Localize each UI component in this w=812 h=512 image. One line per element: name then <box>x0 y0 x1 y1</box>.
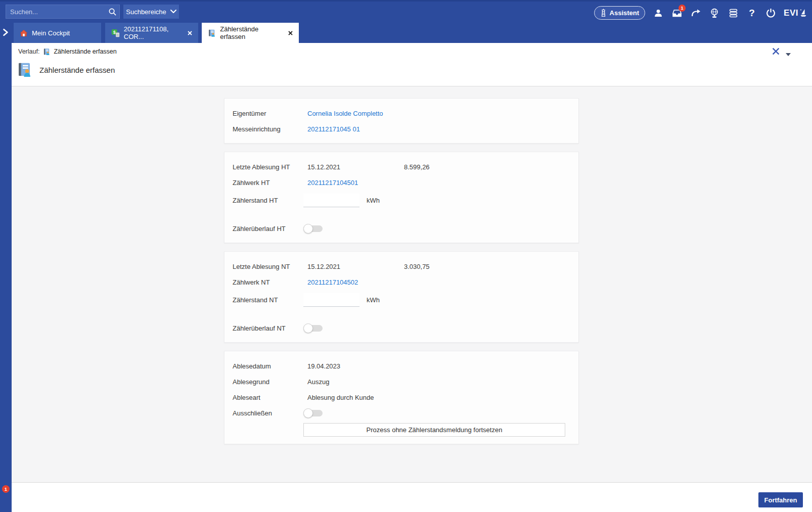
lighthouse-icon <box>600 9 607 17</box>
reading-type-value: Ablesung durch Kunde <box>303 394 400 401</box>
search-areas-button[interactable]: Suchbereiche <box>123 5 179 19</box>
search-input[interactable] <box>6 8 105 16</box>
page-header: Verlauf: Zählerstände erfassen <box>12 43 812 86</box>
sailboat-icon <box>800 9 807 17</box>
top-bar: Suchbereiche Assistent 1 <box>0 0 812 23</box>
history-item-label: Zählerstände erfassen <box>54 48 116 55</box>
close-view-icon[interactable] <box>771 46 781 56</box>
continue-button[interactable]: Fortfahren <box>758 492 803 507</box>
title-row: Zählerstände erfassen <box>17 61 115 78</box>
tab-mein-cockpit[interactable]: Mein Cockpit <box>14 23 101 43</box>
last-reading-nt-date: 15.12.2021 <box>303 263 400 270</box>
tab-strip: Mein Cockpit $ 202112171108, COR... Zähl… <box>0 23 812 43</box>
last-reading-ht-date: 15.12.2021 <box>303 163 400 171</box>
topbar-icons: Assistent 1 <box>594 2 807 24</box>
meter-reading-icon <box>17 61 33 78</box>
last-reading-nt-label: Letzte Ablesung NT <box>233 263 303 270</box>
reading-ht-input[interactable] <box>303 194 359 207</box>
inbox-badge: 1 <box>679 5 686 12</box>
card-reading-meta: Ablesedatum 19.04.2023 Ablesegrund Auszu… <box>224 351 579 444</box>
assistant-button[interactable]: Assistent <box>594 6 646 20</box>
register-ht-link[interactable]: 20211217104501 <box>303 179 400 187</box>
global-search[interactable] <box>6 5 120 19</box>
last-reading-ht-label: Letzte Ablesung HT <box>233 163 303 171</box>
help-label: ? <box>749 8 755 18</box>
overflow-ht-label: Zählerüberlauf HT <box>233 225 303 232</box>
meter-reading-icon <box>208 29 216 37</box>
brand-logo: EVI <box>784 8 807 18</box>
footer-bar: Fortfahren <box>12 482 812 512</box>
reading-date-label: Ablesedatum <box>233 362 303 370</box>
toggle-knob <box>303 323 313 333</box>
reading-ht-unit: kWh <box>359 197 380 204</box>
overflow-ht-toggle[interactable] <box>303 224 323 234</box>
tab-zaehlerstaende-erfassen[interactable]: Zählerstände erfassen <box>202 23 299 43</box>
last-reading-ht-value: 8.599,26 <box>400 163 430 171</box>
tab-contract[interactable]: $ 202112171108, COR... <box>105 23 198 43</box>
history-breadcrumb: Verlauf: Zählerstände erfassen <box>18 45 117 58</box>
chevron-down-icon <box>170 10 176 14</box>
measuring-device-link[interactable]: 202112171045 01 <box>303 125 400 133</box>
card-nt: Letzte Ablesung NT 15.12.2021 3.030,75 Z… <box>224 251 579 343</box>
reading-reason-value: Auszug <box>303 378 400 386</box>
exclude-label: Ausschließen <box>233 409 303 417</box>
measuring-device-label: Messeinrichtung <box>233 125 303 133</box>
history-label: Verlauf: <box>18 48 39 55</box>
reading-nt-label: Zählerstand NT <box>233 296 303 304</box>
tab-close-icon[interactable] <box>187 29 193 36</box>
reading-date-value: 19.04.2023 <box>303 362 400 370</box>
left-rail: 1 <box>0 43 12 512</box>
reading-type-label: Ableseart <box>233 394 303 401</box>
history-item[interactable]: Zählerstände erfassen <box>43 48 116 56</box>
reading-nt-input[interactable] <box>303 293 359 307</box>
main-panel: Verlauf: Zählerstände erfassen <box>12 43 812 512</box>
overflow-nt-toggle[interactable] <box>303 323 323 333</box>
card-ht: Letzte Ablesung HT 15.12.2021 8.599,26 Z… <box>224 152 579 243</box>
contract-icon: $ <box>111 28 120 38</box>
overflow-nt-label: Zählerüberlauf NT <box>233 324 303 332</box>
brand-text: EVI <box>784 8 798 18</box>
notification-badge[interactable]: 1 <box>2 485 10 493</box>
redo-icon[interactable] <box>690 7 701 20</box>
card-owner: Eigentümer Cornelia Isolde Completto Mes… <box>224 98 579 144</box>
inbox-icon[interactable]: 1 <box>671 7 683 20</box>
reading-nt-unit: kWh <box>359 296 380 304</box>
tab-close-icon[interactable] <box>287 29 294 36</box>
toggle-knob <box>303 408 313 418</box>
user-icon[interactable] <box>653 7 664 20</box>
reading-reason-label: Ablesegrund <box>233 378 303 386</box>
page-title: Zählerstände erfassen <box>39 66 115 74</box>
skip-reading-button[interactable]: Prozess ohne Zählerstandsmeldung fortset… <box>303 423 565 437</box>
view-menu-caret-icon[interactable] <box>786 49 791 58</box>
globe-icon[interactable] <box>709 7 720 20</box>
search-areas-label: Suchbereiche <box>126 8 166 16</box>
assistant-label: Assistent <box>610 9 640 17</box>
meter-reading-icon <box>43 48 51 56</box>
power-icon[interactable] <box>765 7 776 20</box>
exclude-toggle[interactable] <box>303 408 323 418</box>
register-ht-label: Zählwerk HT <box>233 179 303 187</box>
owner-label: Eigentümer <box>233 110 303 117</box>
last-reading-nt-value: 3.030,75 <box>400 263 430 270</box>
search-icon[interactable] <box>105 8 119 16</box>
owner-link[interactable]: Cornelia Isolde Completto <box>303 110 400 117</box>
home-icon <box>20 29 28 37</box>
tab-label: Mein Cockpit <box>32 29 70 37</box>
svg-text:$: $ <box>113 29 116 34</box>
register-nt-label: Zählwerk NT <box>233 278 303 286</box>
reading-ht-label: Zählerstand HT <box>233 197 303 204</box>
help-icon[interactable]: ? <box>746 7 757 20</box>
toggle-knob <box>303 224 313 234</box>
database-icon[interactable] <box>728 7 739 20</box>
tab-label: 202112171108, COR... <box>124 25 183 40</box>
expand-panel-icon[interactable] <box>3 28 9 38</box>
form-content: Eigentümer Cornelia Isolde Completto Mes… <box>12 86 812 482</box>
register-nt-link[interactable]: 20211217104502 <box>303 278 400 286</box>
tab-label: Zählerstände erfassen <box>220 25 283 40</box>
